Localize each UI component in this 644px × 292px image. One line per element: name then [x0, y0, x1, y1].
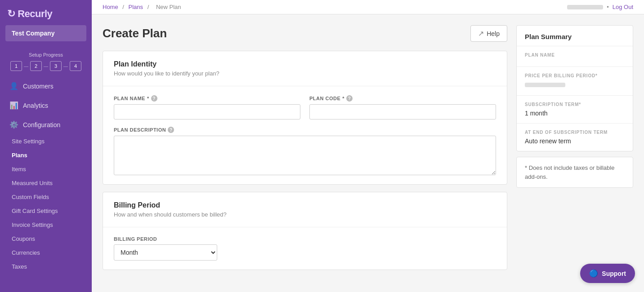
- sidebar-item-taxes[interactable]: Taxes: [0, 260, 92, 274]
- summary-plan-name-label: PLAN NAME: [525, 53, 625, 58]
- summary-subscription-term-value: 1 month: [525, 110, 625, 117]
- summary-subscription-term-label: SUBSCRIPTION TERM*: [525, 102, 625, 107]
- analytics-icon: 📊: [9, 101, 18, 110]
- plan-identity-title: Plan Identity: [114, 60, 496, 68]
- plan-name-label: PLAN NAME * ?: [114, 95, 300, 102]
- breadcrumb-sep-1: /: [122, 4, 125, 10]
- step-3[interactable]: 3: [50, 61, 62, 71]
- plan-code-help-icon[interactable]: ?: [346, 95, 353, 102]
- plan-summary-card: Plan Summary PLAN NAME PRICE PER BILLING…: [516, 25, 633, 151]
- divider-2: [103, 227, 507, 227]
- plan-name-help-icon[interactable]: ?: [151, 95, 157, 102]
- summary-price-label: PRICE PER BILLING PERIOD*: [525, 73, 625, 78]
- support-label: Support: [602, 270, 626, 277]
- plan-description-group: PLAN DESCRIPTION ?: [114, 127, 496, 175]
- user-avatar: [567, 5, 603, 9]
- billing-period-select[interactable]: Month Year Day Week: [114, 244, 217, 261]
- summary-plan-name: PLAN NAME: [517, 46, 633, 67]
- plan-code-input[interactable]: [309, 104, 496, 119]
- help-label: Help: [487, 30, 500, 37]
- billing-period-subtitle: How and when should customers be billed?: [114, 211, 496, 218]
- summary-end-of-term: AT END OF SUBSCRIPTION TERM Auto renew t…: [517, 124, 633, 151]
- app-logo: ↻ Recurly: [0, 0, 92, 25]
- sidebar-item-items[interactable]: Items: [0, 162, 92, 176]
- customers-icon: 👤: [9, 82, 18, 90]
- step-4[interactable]: 4: [70, 61, 81, 71]
- sidebar-item-gift-card-settings[interactable]: Gift Card Settings: [0, 204, 92, 218]
- analytics-label: Analytics: [23, 102, 48, 109]
- step-dot-1: —: [23, 64, 29, 69]
- breadcrumb-sep-2: /: [148, 4, 151, 10]
- help-button[interactable]: ↗ Help: [470, 25, 507, 42]
- page-content: Create Plan ↗ Help Plan Identity How wou…: [92, 14, 644, 292]
- step-2[interactable]: 2: [30, 61, 42, 71]
- sidebar-item-invoice-settings[interactable]: Invoice Settings: [0, 218, 92, 232]
- sidebar-item-site-settings[interactable]: Site Settings: [0, 134, 92, 148]
- logout-link[interactable]: Log Out: [613, 4, 633, 10]
- footnote-card: * Does not include taxes or billable add…: [516, 157, 633, 188]
- summary-price-value: [525, 83, 565, 87]
- company-button[interactable]: Test Company: [5, 25, 86, 41]
- sidebar-item-analytics[interactable]: 📊 Analytics: [0, 96, 92, 115]
- external-link-icon: ↗: [478, 29, 484, 38]
- progress-steps: 1 — 2 — 3 — 4: [7, 61, 85, 71]
- plan-code-required: *: [342, 96, 344, 101]
- sidebar-item-coupons[interactable]: Coupons: [0, 232, 92, 246]
- sidebar-item-plans[interactable]: Plans: [0, 148, 92, 162]
- plan-name-required: *: [147, 96, 149, 101]
- divider-1: [103, 86, 507, 86]
- summary-price: PRICE PER BILLING PERIOD*: [517, 67, 633, 96]
- breadcrumb-home[interactable]: Home: [103, 4, 118, 10]
- topbar: Home / Plans / New Plan • Log Out: [92, 0, 644, 14]
- plan-description-help-icon[interactable]: ?: [168, 127, 174, 133]
- plan-name-code-row: PLAN NAME * ? PLAN CODE * ?: [114, 95, 496, 119]
- plan-code-label: PLAN CODE * ?: [309, 95, 496, 102]
- plan-identity-subtitle: How would you like to identify your plan…: [114, 70, 496, 77]
- plan-description-label: PLAN DESCRIPTION ?: [114, 127, 496, 133]
- main-area: Home / Plans / New Plan • Log Out Create…: [92, 0, 644, 292]
- sidebar-item-custom-fields[interactable]: Custom Fields: [0, 190, 92, 204]
- breadcrumb-plans[interactable]: Plans: [129, 4, 143, 10]
- topbar-separator: •: [607, 4, 609, 10]
- sidebar-item-currencies[interactable]: Currencies: [0, 246, 92, 260]
- sidebar-item-measured-units[interactable]: Measured Units: [0, 176, 92, 190]
- support-icon: 🔵: [589, 269, 598, 278]
- footnote-text: * Does not include taxes or billable add…: [525, 164, 614, 180]
- plan-description-input[interactable]: [114, 136, 496, 175]
- sidebar: ↻ Recurly Test Company Setup Progress 1 …: [0, 0, 92, 292]
- summary-end-of-term-label: AT END OF SUBSCRIPTION TERM: [525, 130, 625, 135]
- setup-progress: Setup Progress 1 — 2 — 3 — 4: [0, 49, 92, 76]
- breadcrumb: Home / Plans / New Plan: [103, 4, 184, 10]
- plan-name-input[interactable]: [114, 104, 300, 119]
- sidebar-nav: 👤 Customers 📊 Analytics ⚙️ Configuration…: [0, 76, 92, 292]
- sidebar-item-configuration[interactable]: ⚙️ Configuration: [0, 115, 92, 134]
- sidebar-item-customers[interactable]: 👤 Customers: [0, 76, 92, 96]
- breadcrumb-current: New Plan: [156, 4, 181, 10]
- step-dot-2: —: [43, 64, 49, 69]
- configuration-label: Configuration: [23, 121, 60, 128]
- billing-period-card: Billing Period How and when should custo…: [103, 192, 507, 270]
- billing-period-title: Billing Period: [114, 201, 496, 209]
- billing-period-label: BILLING PERIOD: [114, 236, 496, 242]
- step-dot-3: —: [63, 64, 69, 69]
- summary-title: Plan Summary: [517, 26, 633, 46]
- configuration-icon: ⚙️: [9, 120, 18, 129]
- customers-label: Customers: [23, 83, 54, 90]
- page-title: Create Plan: [103, 27, 167, 40]
- summary-panel: Plan Summary PLAN NAME PRICE PER BILLING…: [516, 25, 633, 281]
- billing-period-group: BILLING PERIOD Month Year Day Week: [114, 236, 496, 261]
- plan-name-group: PLAN NAME * ?: [114, 95, 300, 119]
- page-header: Create Plan ↗ Help: [103, 25, 507, 42]
- step-1[interactable]: 1: [10, 61, 22, 71]
- configuration-submenu: Site Settings Plans Items Measured Units…: [0, 134, 92, 274]
- summary-subscription-term: SUBSCRIPTION TERM* 1 month: [517, 96, 633, 124]
- topbar-right: • Log Out: [567, 4, 633, 10]
- content-left: Create Plan ↗ Help Plan Identity How wou…: [103, 25, 507, 281]
- summary-end-of-term-value: Auto renew term: [525, 137, 625, 145]
- plan-identity-card: Plan Identity How would you like to iden…: [103, 51, 507, 185]
- plan-code-group: PLAN CODE * ?: [309, 95, 496, 119]
- support-button[interactable]: 🔵 Support: [580, 264, 635, 283]
